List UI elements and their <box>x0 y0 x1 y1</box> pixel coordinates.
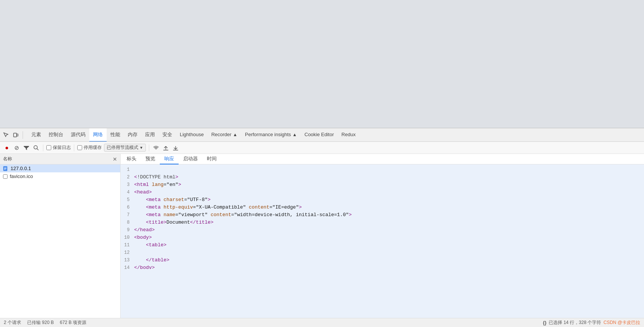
response-panel: 标头 预览 响应 启动器 时间 1 2 <!DOCTYPE html> 3 < <box>121 154 644 318</box>
disable-cache-checkbox[interactable]: 停用缓存 <box>77 144 102 151</box>
network-main: 名称 ✕ 127.0.0.1 favicon.ico <box>0 154 644 318</box>
svg-point-2 <box>34 146 37 149</box>
tab-memory[interactable]: 内存 <box>124 128 141 142</box>
devtools-panel: 元素 控制台 源代码 网络 性能 内存 应用 安全 Lighthouse Rec… <box>0 128 644 327</box>
sub-tab-bar: 标头 预览 响应 启动器 时间 <box>121 154 644 164</box>
code-line-4: 4 <head> <box>121 189 644 196</box>
code-line-10: 10 <body> <box>121 234 644 241</box>
csdn-label: CSDN @卡皮巴拉 <box>603 319 640 326</box>
tab-performance-insights[interactable]: Performance insights ▲ <box>241 128 301 142</box>
tab-network[interactable]: 网络 <box>89 128 107 142</box>
sub-tab-timing[interactable]: 时间 <box>202 154 221 164</box>
code-line-14: 14 </bodv> <box>121 264 644 272</box>
response-code-view[interactable]: 1 2 <!DOCTYPE html> 3 <html lang="en"> 4… <box>121 164 644 318</box>
inspect-element-icon[interactable] <box>2 130 11 140</box>
status-bar: 2 个请求 已传输 920 B 672 B 项资源 {} 已选择 14 行，32… <box>0 318 644 327</box>
tab-cookie-editor[interactable]: Cookie Editor <box>301 128 338 142</box>
resource-size: 672 B 项资源 <box>60 319 87 326</box>
svg-rect-0 <box>14 133 17 137</box>
network-toolbar: ● ⊘ 保留日志 停用缓存 已停用节流模式 ▼ <box>0 142 644 154</box>
file-doc-icon <box>3 166 8 171</box>
toolbar-sep-1 <box>43 144 43 151</box>
code-line-5: 5 <meta charset="UTF-8"> <box>121 196 644 204</box>
tab-redux[interactable]: Redux <box>338 128 359 142</box>
code-line-11: 11 <table> <box>121 241 644 249</box>
transferred-size: 已传输 920 B <box>27 319 54 326</box>
sidebar-close-btn[interactable]: ✕ <box>113 156 117 162</box>
network-sidebar: 名称 ✕ 127.0.0.1 favicon.ico <box>0 154 121 318</box>
braces-icon: {} <box>543 320 546 325</box>
sidebar-item-favicon[interactable]: favicon.ico <box>0 172 120 180</box>
tab-application[interactable]: 应用 <box>141 128 159 142</box>
tab-lighthouse[interactable]: Lighthouse <box>176 128 208 142</box>
sub-tab-initiator[interactable]: 启动器 <box>179 154 202 164</box>
file-favicon-name: favicon.ico <box>10 173 33 179</box>
record-button[interactable]: ● <box>3 144 11 152</box>
code-line-7: 7 <meta name="viewport" content="width=d… <box>121 211 644 219</box>
preserve-log-label: 保留日志 <box>53 144 71 151</box>
wifi-icon[interactable] <box>152 144 160 152</box>
selection-info: 已选择 14 行，328 个字符 <box>549 319 601 326</box>
request-count: 2 个请求 <box>4 319 21 326</box>
toolbar-sep-3 <box>149 144 149 151</box>
throttle-select[interactable]: 已停用节流模式 ▼ <box>104 144 146 152</box>
device-toolbar-icon[interactable] <box>11 130 20 140</box>
disable-cache-label: 停用缓存 <box>84 144 102 151</box>
upload-har-button[interactable] <box>162 144 170 152</box>
disable-cache-input[interactable] <box>77 145 82 150</box>
tab-sources[interactable]: 源代码 <box>67 128 89 142</box>
col-name-header: 名称 <box>3 156 12 162</box>
stop-record-button[interactable]: ⊘ <box>13 144 20 152</box>
file-127-name: 127.0.0.1 <box>11 166 31 171</box>
throttle-label: 已停用节流模式 <box>107 144 138 151</box>
throttle-chevron: ▼ <box>139 146 143 150</box>
tab-divider <box>23 131 23 139</box>
filter-button[interactable] <box>23 144 30 152</box>
status-right: {} 已选择 14 行，328 个字符 CSDN @卡皮巴拉 <box>543 319 640 326</box>
browser-chrome <box>0 0 644 128</box>
code-line-9: 9 </head> <box>121 226 644 234</box>
favicon-checkbox[interactable] <box>3 174 8 179</box>
tab-elements[interactable]: 元素 <box>28 128 45 142</box>
preserve-log-input[interactable] <box>46 145 51 150</box>
sub-tab-headers[interactable]: 标头 <box>122 154 141 164</box>
tab-performance[interactable]: 性能 <box>107 128 124 142</box>
tab-recorder-label: Recorder <box>211 132 231 137</box>
tab-console[interactable]: 控制台 <box>45 128 67 142</box>
code-line-13: 13 </table> <box>121 256 644 264</box>
download-har-button[interactable] <box>172 144 179 152</box>
code-line-6: 6 <meta http-equiv="X-UA-Compatible" con… <box>121 204 644 211</box>
sub-tab-preview[interactable]: 预览 <box>141 154 160 164</box>
sub-tab-response[interactable]: 响应 <box>160 154 179 164</box>
code-line-3: 3 <html lang="en"> <box>121 181 644 189</box>
sidebar-item-127[interactable]: 127.0.0.1 <box>0 164 120 172</box>
tab-perf-insights-label: Performance insights <box>245 132 291 137</box>
devtools-tab-bar: 元素 控制台 源代码 网络 性能 内存 应用 安全 Lighthouse Rec… <box>0 128 644 142</box>
preserve-log-checkbox[interactable]: 保留日志 <box>46 144 71 151</box>
svg-rect-1 <box>17 134 18 136</box>
svg-line-3 <box>37 149 38 150</box>
sidebar-header: 名称 ✕ <box>0 154 120 164</box>
code-line-8: 8 <title>Document</title> <box>121 219 644 226</box>
toolbar-sep-2 <box>74 144 74 151</box>
devtools-icons <box>2 130 24 140</box>
tab-security[interactable]: 安全 <box>159 128 176 142</box>
perf-insights-icon: ▲ <box>292 132 297 137</box>
tab-recorder[interactable]: Recorder ▲ <box>208 128 241 142</box>
search-button[interactable] <box>32 144 40 152</box>
code-line-2: 2 <!DOCTYPE html> <box>121 173 644 181</box>
code-line-1: 1 <box>121 166 644 173</box>
code-line-12: 12 <box>121 249 644 256</box>
recorder-person-icon: ▲ <box>233 132 237 137</box>
